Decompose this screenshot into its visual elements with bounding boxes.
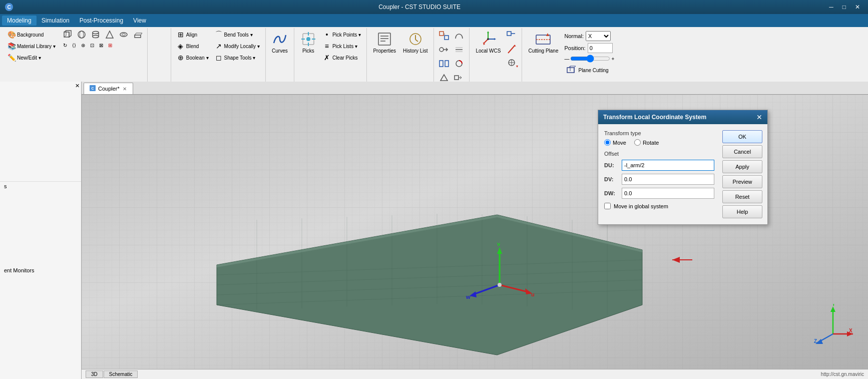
close-button[interactable]: ✕ — [851, 3, 864, 12]
window-title: Coupler - CST STUDIO SUITE — [14, 4, 825, 11]
global-system-label: Move in global system — [614, 203, 668, 209]
tab-coupler[interactable]: C Coupler* ✕ — [84, 83, 133, 94]
status-tab-schematic[interactable]: Schematic — [104, 370, 138, 378]
dw-input[interactable] — [622, 188, 714, 199]
menu-post-processing[interactable]: Post-Processing — [75, 16, 128, 26]
curves-button[interactable]: Curves — [269, 29, 291, 56]
normal-select[interactable]: X Y Z — [586, 31, 611, 41]
new-edit-button[interactable]: ✏️ New/Edit ▾ — [5, 52, 58, 63]
shape-cylinder[interactable] — [89, 29, 102, 40]
edit-btn7[interactable] — [452, 57, 466, 70]
history-list-button[interactable]: History List — [400, 29, 430, 56]
apply-button[interactable]: Apply — [722, 160, 762, 173]
svg-text:Z: Z — [814, 338, 817, 344]
shape-misc[interactable] — [131, 29, 144, 40]
viewport[interactable]: v u w Drag or rotate the WCS (Press RETU… — [82, 95, 868, 369]
material-library-button[interactable]: 📚 Material Library ▾ — [5, 41, 58, 52]
radio-rotate-input[interactable] — [634, 139, 641, 146]
radio-move[interactable]: Move — [604, 139, 626, 146]
sidebar-item-s[interactable]: s — [0, 182, 81, 191]
pick-points-dropdown: ▾ — [358, 32, 361, 38]
shape-loft[interactable]: ⟨⟩ — [70, 42, 78, 49]
offset-label: Offset — [604, 151, 714, 157]
shape-cone[interactable] — [103, 29, 116, 40]
torus-icon — [119, 30, 128, 39]
coord-overlay: Y X Z — [813, 304, 853, 344]
plane-cutting-button[interactable]: Plane Cutting — [564, 64, 611, 76]
transform-type-options: Move Rotate — [604, 139, 714, 146]
wcs-sub2[interactable] — [505, 43, 519, 56]
edit-icon3 — [439, 59, 450, 69]
pick-lists-dropdown: ▾ — [355, 44, 357, 49]
edit-btn3[interactable] — [437, 57, 451, 70]
du-label: DU: — [604, 162, 622, 168]
edit-btn2[interactable] — [437, 43, 451, 56]
svg-marker-36 — [441, 75, 448, 81]
clear-picks-icon: ✗ — [323, 54, 331, 62]
wcs-sub3[interactable]: ▾ — [505, 56, 519, 69]
bend-tools-button[interactable]: ⌒ Bend Tools ▾ — [212, 29, 262, 40]
pick-points-button[interactable]: • Pick Points ▾ — [320, 29, 363, 40]
pick-lists-button[interactable]: ≡ Pick Lists ▾ — [320, 41, 363, 52]
preview-button[interactable]: Preview — [722, 175, 762, 188]
radio-rotate[interactable]: Rotate — [634, 139, 659, 146]
minimize-button[interactable]: ─ — [825, 3, 837, 12]
picks-button[interactable]: Picks — [297, 29, 319, 56]
cancel-button[interactable]: Cancel — [722, 145, 762, 158]
maximize-button[interactable]: □ — [838, 3, 850, 12]
tab-close-button[interactable]: ✕ — [122, 86, 128, 92]
cutting-plane-button[interactable]: Cutting Plane — [525, 29, 561, 56]
boolean-button[interactable]: ⊕ Boolean ▾ — [174, 52, 211, 63]
reset-button[interactable]: Reset — [722, 190, 762, 203]
wcs-sub1[interactable] — [505, 29, 519, 42]
du-input[interactable] — [622, 160, 714, 171]
menu-view[interactable]: View — [128, 16, 151, 26]
dw-label: DW: — [604, 190, 622, 196]
menu-bar: Modeling Simulation Post-Processing View — [0, 14, 868, 27]
menu-simulation[interactable]: Simulation — [37, 16, 75, 26]
edit-btn6[interactable] — [452, 43, 466, 56]
window-controls: ─ □ ✕ — [825, 3, 864, 12]
svg-point-6 — [80, 31, 84, 38]
sidebar-close-button[interactable]: ✕ — [73, 82, 81, 90]
blend-button[interactable]: ◈ Blend — [174, 41, 211, 52]
shape-rotate[interactable]: ↻ — [61, 42, 69, 49]
shape-cube[interactable] — [61, 29, 74, 40]
sidebar-item-monitors[interactable]: ent Monitors — [0, 266, 81, 275]
modify-dropdown: ▾ — [257, 44, 260, 49]
shape-tools-button[interactable]: ◻ Shape Tools ▾ — [212, 52, 262, 63]
local-wcs-button[interactable]: Local WCS — [473, 29, 504, 56]
background-button[interactable]: 🎨 Background — [5, 29, 58, 40]
dv-input[interactable] — [622, 174, 714, 185]
shape-extra1[interactable]: ⊡ — [88, 42, 96, 49]
svg-rect-34 — [440, 61, 443, 67]
left-sidebar: ✕ s ent Monitors — [0, 82, 82, 379]
pick-points-icon: • — [323, 31, 331, 39]
shape-extra2[interactable]: ⊠ — [97, 42, 105, 49]
bend-dropdown: ▾ — [250, 32, 253, 38]
dialog-close-button[interactable]: ✕ — [756, 113, 762, 121]
shape-sphere[interactable] — [75, 29, 88, 40]
position-input[interactable] — [588, 43, 613, 53]
edit-icon6 — [454, 45, 465, 55]
shape-torus[interactable] — [117, 29, 130, 40]
help-button[interactable]: Help — [722, 205, 762, 218]
global-system-checkbox[interactable] — [604, 203, 611, 209]
position-slider[interactable] — [570, 55, 610, 62]
svg-line-16 — [141, 33, 142, 35]
radio-move-input[interactable] — [604, 139, 611, 146]
align-button[interactable]: ⊞ Align — [174, 29, 211, 40]
properties-button[interactable]: Properties — [370, 29, 399, 56]
shape-extra3[interactable]: ⊞ — [106, 42, 114, 49]
edit-btn1[interactable] — [437, 29, 451, 42]
modify-locally-button[interactable]: ↗ Modify Locally ▾ — [212, 41, 262, 52]
menu-modeling[interactable]: Modeling — [2, 16, 37, 26]
status-tab-3d[interactable]: 3D — [86, 370, 103, 378]
cone-icon — [105, 30, 114, 39]
edit-btn5[interactable] — [452, 29, 466, 42]
clear-picks-button[interactable]: ✗ Clear Picks — [320, 52, 363, 63]
edit-icon8 — [454, 73, 465, 83]
tab-icon: C — [89, 85, 96, 93]
shape-coil[interactable]: ⊛ — [79, 42, 87, 49]
ok-button[interactable]: OK — [722, 130, 762, 143]
